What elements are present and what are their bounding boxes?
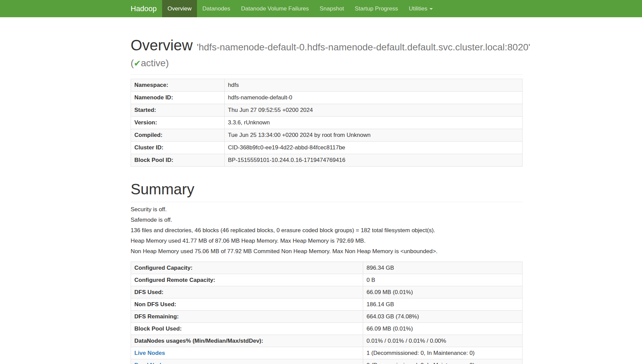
row-label-cell: DFS Used:: [131, 286, 363, 298]
summary-line-4: Non Heap Memory used 75.06 MB of 77.92 M…: [131, 248, 523, 255]
table-row-dfs-used: DFS Used:66.09 MB (0.01%): [131, 286, 523, 298]
row-value-cell: hdfs-namenode-default-0: [224, 92, 522, 104]
dead-nodes-link[interactable]: Dead Nodes: [134, 362, 168, 364]
row-value-cell: 0 B: [363, 274, 523, 286]
active-check-icon: ✔: [134, 58, 141, 68]
nav-item-label: Overview: [168, 5, 192, 12]
divider: [131, 202, 523, 202]
table-row-compiled: Compiled:Tue Jun 25 13:34:00 +0200 2024 …: [131, 129, 523, 142]
row-label-cell: Compiled:: [131, 129, 225, 142]
summary-heading: Summary: [131, 181, 523, 198]
nav-item-label: Datanode Volume Failures: [241, 5, 309, 12]
nav-item-label: Startup Progress: [355, 5, 398, 12]
divider: [131, 74, 523, 75]
page-title-text: Overview: [131, 37, 193, 53]
nav-item-label: Utilities: [409, 5, 427, 12]
table-row-dfs-remaining: DFS Remaining:664.03 GB (74.08%): [131, 311, 523, 323]
table-row-block-pool-id: Block Pool ID:BP-1515559101-10.244.0.16-…: [131, 154, 523, 167]
state-label: active): [141, 58, 169, 68]
row-value-cell: 66.09 MB (0.01%): [363, 323, 523, 335]
row-label-cell: DataNodes usages% (Min/Median/Max/stdDev…: [131, 335, 363, 347]
row-label-cell: Live Nodes: [131, 347, 363, 359]
navbar-inner: Hadoop OverviewDatanodesDatanode Volume …: [131, 0, 642, 17]
nav-item-utilities[interactable]: Utilities: [403, 0, 438, 17]
nav-item-overview[interactable]: Overview: [162, 0, 197, 17]
row-value-cell: 896.34 GB: [363, 262, 523, 274]
namenode-address: 'hdfs-namenode-default-0.hdfs-namenode-d…: [197, 42, 530, 52]
row-label-cell: DFS Remaining:: [131, 311, 363, 323]
row-value-cell: 3.3.6, rUnknown: [224, 117, 522, 129]
navbar-items: OverviewDatanodesDatanode Volume Failure…: [162, 0, 438, 17]
page-title: Overview 'hdfs-namenode-default-0.hdfs-n…: [131, 36, 523, 70]
table-row-live-nodes: Live Nodes1 (Decommissioned: 0, In Maint…: [131, 347, 523, 359]
row-label-cell: Non DFS Used:: [131, 298, 363, 311]
table-row-dead-nodes: Dead Nodes0 (Decommissioned: 0, In Maint…: [131, 359, 523, 364]
table-row-non-dfs-used: Non DFS Used:186.14 GB: [131, 298, 523, 311]
row-label-cell: Configured Remote Capacity:: [131, 274, 363, 286]
table-row-datanodes-usages-min-median-max-stddev: DataNodes usages% (Min/Median/Max/stdDev…: [131, 335, 523, 347]
summary-table: Configured Capacity:896.34 GBConfigured …: [131, 262, 523, 364]
nav-item-label: Snapshot: [320, 5, 344, 12]
table-row-version: Version:3.3.6, rUnknown: [131, 117, 523, 129]
brand-hadoop[interactable]: Hadoop: [131, 0, 157, 17]
row-value-cell: 1 (Decommissioned: 0, In Maintenance: 0): [363, 347, 523, 359]
row-label-cell: Version:: [131, 117, 225, 129]
table-row-namespace: Namespace:hdfs: [131, 79, 523, 92]
nav-item-datanode-volume-failures[interactable]: Datanode Volume Failures: [236, 0, 314, 17]
namenode-state: (✔active): [131, 56, 523, 70]
row-value-cell: BP-1515559101-10.244.0.16-1719474769416: [224, 154, 522, 167]
caret-down-icon: [429, 8, 433, 10]
row-label-cell: Cluster ID:: [131, 142, 225, 154]
nav-item-datanodes[interactable]: Datanodes: [197, 0, 236, 17]
row-label-cell: Dead Nodes: [131, 359, 363, 364]
row-value-cell: Thu Jun 27 09:52:55 +0200 2024: [224, 104, 522, 117]
table-row-configured-capacity: Configured Capacity:896.34 GB: [131, 262, 523, 274]
summary-line-3: Heap Memory used 41.77 MB of 87.06 MB He…: [131, 238, 523, 244]
live-nodes-link[interactable]: Live Nodes: [134, 350, 165, 356]
nav-item-snapshot[interactable]: Snapshot: [314, 0, 350, 17]
row-label-cell: Block Pool ID:: [131, 154, 225, 167]
row-value-cell: CID-368b9fc0-ee19-4d22-abbd-84fcec8117be: [224, 142, 522, 154]
table-row-started: Started:Thu Jun 27 09:52:55 +0200 2024: [131, 104, 523, 117]
row-value-cell: hdfs: [224, 79, 522, 92]
row-label-cell: Namespace:: [131, 79, 225, 92]
row-label-cell: Namenode ID:: [131, 92, 225, 104]
table-row-cluster-id: Cluster ID:CID-368b9fc0-ee19-4d22-abbd-8…: [131, 142, 523, 154]
row-label-cell: Configured Capacity:: [131, 262, 363, 274]
row-value-cell: 66.09 MB (0.01%): [363, 286, 523, 298]
summary-paragraphs: Security is off.Safemode is off.136 file…: [131, 206, 523, 255]
row-label-cell: Block Pool Used:: [131, 323, 363, 335]
overview-table: Namespace:hdfsNamenode ID:hdfs-namenode-…: [131, 79, 523, 167]
row-value-cell: 664.03 GB (74.08%): [363, 311, 523, 323]
state-paren-open: (: [131, 58, 134, 68]
table-row-block-pool-used: Block Pool Used:66.09 MB (0.01%): [131, 323, 523, 335]
table-row-configured-remote-capacity: Configured Remote Capacity:0 B: [131, 274, 523, 286]
row-value-cell: 0 (Decommissioned: 0, In Maintenance: 0): [363, 359, 523, 364]
nav-item-startup-progress[interactable]: Startup Progress: [349, 0, 403, 17]
summary-line-1: Safemode is off.: [131, 217, 523, 223]
table-row-namenode-id: Namenode ID:hdfs-namenode-default-0: [131, 92, 523, 104]
summary-line-0: Security is off.: [131, 206, 523, 213]
page-content: Overview 'hdfs-namenode-default-0.hdfs-n…: [131, 17, 523, 364]
navbar: Hadoop OverviewDatanodesDatanode Volume …: [0, 0, 642, 17]
row-value-cell: Tue Jun 25 13:34:00 +0200 2024 by root f…: [224, 129, 522, 142]
summary-line-2: 136 files and directories, 46 blocks (46…: [131, 227, 523, 234]
row-label-cell: Started:: [131, 104, 225, 117]
row-value-cell: 186.14 GB: [363, 298, 523, 311]
nav-item-label: Datanodes: [202, 5, 230, 12]
row-value-cell: 0.01% / 0.01% / 0.01% / 0.00%: [363, 335, 523, 347]
